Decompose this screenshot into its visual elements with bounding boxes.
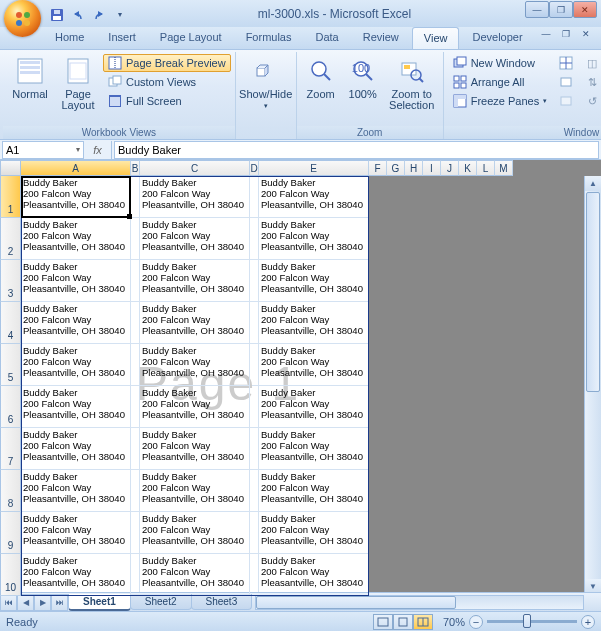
row-header-5[interactable]: 5 <box>0 344 21 386</box>
cell-A2[interactable]: Buddy Baker 200 Falcon Way Pleasantville… <box>21 218 131 260</box>
row-header-4[interactable]: 4 <box>0 302 21 344</box>
cell-A10[interactable]: Buddy Baker 200 Falcon Way Pleasantville… <box>21 554 131 596</box>
cell-C3[interactable]: Buddy Baker 200 Falcon Way Pleasantville… <box>140 260 250 302</box>
name-box[interactable]: A1 <box>2 141 84 159</box>
column-header-B[interactable]: B <box>131 160 140 176</box>
reset-position-button[interactable]: ↺ <box>580 92 601 110</box>
cell-C5[interactable]: Buddy Baker 200 Falcon Way Pleasantville… <box>140 344 250 386</box>
zoom-to-selection-button[interactable]: Zoom to Selection <box>385 52 439 114</box>
tab-developer[interactable]: Developer <box>461 27 533 49</box>
fx-button[interactable]: fx <box>84 141 112 159</box>
cell-E1[interactable]: Buddy Baker 200 Falcon Way Pleasantville… <box>259 176 369 218</box>
formula-input[interactable]: Buddy Baker <box>114 141 599 159</box>
cell-A1[interactable]: Buddy Baker 200 Falcon Way Pleasantville… <box>21 176 131 218</box>
close-button[interactable]: ✕ <box>573 1 597 18</box>
tab-formulas[interactable]: Formulas <box>235 27 303 49</box>
tab-insert[interactable]: Insert <box>97 27 147 49</box>
zoom-level[interactable]: 70% <box>443 616 465 628</box>
hide-button[interactable] <box>554 73 578 91</box>
column-header-L[interactable]: L <box>477 160 495 176</box>
row-header-9[interactable]: 9 <box>0 512 21 554</box>
cell-A4[interactable]: Buddy Baker 200 Falcon Way Pleasantville… <box>21 302 131 344</box>
cell-C1[interactable]: Buddy Baker 200 Falcon Way Pleasantville… <box>140 176 250 218</box>
normal-view-button[interactable]: Normal <box>7 52 53 103</box>
tab-nav-last-icon[interactable]: ⏭ <box>51 594 68 611</box>
tab-home[interactable]: Home <box>44 27 95 49</box>
view-side-button[interactable]: ◫ <box>580 54 601 72</box>
doc-restore-icon[interactable]: ❐ <box>557 27 575 41</box>
cell-E6[interactable]: Buddy Baker 200 Falcon Way Pleasantville… <box>259 386 369 428</box>
vertical-scrollbar[interactable]: ▲ ▼ <box>584 176 601 594</box>
sheet-tab-1[interactable]: Sheet1 <box>68 594 131 611</box>
cell-E5[interactable]: Buddy Baker 200 Falcon Way Pleasantville… <box>259 344 369 386</box>
tab-nav-first-icon[interactable]: ⏮ <box>0 594 17 611</box>
cell-A5[interactable]: Buddy Baker 200 Falcon Way Pleasantville… <box>21 344 131 386</box>
row-header-10[interactable]: 10 <box>0 554 21 596</box>
cell-C10[interactable]: Buddy Baker 200 Falcon Way Pleasantville… <box>140 554 250 596</box>
cell-C9[interactable]: Buddy Baker 200 Falcon Way Pleasantville… <box>140 512 250 554</box>
cell-E3[interactable]: Buddy Baker 200 Falcon Way Pleasantville… <box>259 260 369 302</box>
column-header-H[interactable]: H <box>405 160 423 176</box>
cell-C6[interactable]: Buddy Baker 200 Falcon Way Pleasantville… <box>140 386 250 428</box>
column-header-F[interactable]: F <box>369 160 387 176</box>
tab-view[interactable]: View <box>412 27 460 49</box>
column-header-J[interactable]: J <box>441 160 459 176</box>
column-header-E[interactable]: E <box>259 160 369 176</box>
column-header-D[interactable]: D <box>250 160 259 176</box>
cell-A7[interactable]: Buddy Baker 200 Falcon Way Pleasantville… <box>21 428 131 470</box>
row-header-8[interactable]: 8 <box>0 470 21 512</box>
column-header-K[interactable]: K <box>459 160 477 176</box>
cell-A3[interactable]: Buddy Baker 200 Falcon Way Pleasantville… <box>21 260 131 302</box>
tab-review[interactable]: Review <box>352 27 410 49</box>
column-header-G[interactable]: G <box>387 160 405 176</box>
sync-scroll-button[interactable]: ⇅ <box>580 73 601 91</box>
zoom-slider[interactable] <box>487 620 577 623</box>
tab-nav-prev-icon[interactable]: ◀ <box>17 594 34 611</box>
column-header-A[interactable]: A <box>21 160 131 176</box>
tab-nav-next-icon[interactable]: ▶ <box>34 594 51 611</box>
full-screen-button[interactable]: Full Screen <box>103 92 231 110</box>
cell-A8[interactable]: Buddy Baker 200 Falcon Way Pleasantville… <box>21 470 131 512</box>
worksheet-grid[interactable]: ABCDEFGHIJKLM 12345678910 Page 1 Buddy B… <box>0 160 601 611</box>
zoom-out-button[interactable]: − <box>469 615 483 629</box>
zoom-100-button[interactable]: 100100% <box>343 52 383 103</box>
cell-E4[interactable]: Buddy Baker 200 Falcon Way Pleasantville… <box>259 302 369 344</box>
normal-view-icon[interactable] <box>373 614 393 630</box>
custom-views-button[interactable]: Custom Views <box>103 73 231 91</box>
page-layout-view-icon[interactable] <box>393 614 413 630</box>
new-window-button[interactable]: New Window <box>448 54 552 72</box>
row-header-6[interactable]: 6 <box>0 386 21 428</box>
save-icon[interactable] <box>47 5 67 25</box>
hscroll-thumb[interactable] <box>256 596 456 609</box>
cell-C7[interactable]: Buddy Baker 200 Falcon Way Pleasantville… <box>140 428 250 470</box>
zoom-button[interactable]: Zoom <box>301 52 341 103</box>
show-hide-button[interactable]: Show/Hide▾ <box>240 52 292 114</box>
cell-E7[interactable]: Buddy Baker 200 Falcon Way Pleasantville… <box>259 428 369 470</box>
row-header-1[interactable]: 1 <box>0 176 21 218</box>
tab-data[interactable]: Data <box>304 27 349 49</box>
row-headers[interactable]: 12345678910 <box>0 176 21 594</box>
cell-E10[interactable]: Buddy Baker 200 Falcon Way Pleasantville… <box>259 554 369 596</box>
cell-A9[interactable]: Buddy Baker 200 Falcon Way Pleasantville… <box>21 512 131 554</box>
column-header-C[interactable]: C <box>140 160 250 176</box>
column-headers[interactable]: ABCDEFGHIJKLM <box>21 160 584 176</box>
doc-close-icon[interactable]: ✕ <box>577 27 595 41</box>
cell-E9[interactable]: Buddy Baker 200 Falcon Way Pleasantville… <box>259 512 369 554</box>
arrange-all-button[interactable]: Arrange All <box>448 73 552 91</box>
split-button[interactable] <box>554 54 578 72</box>
maximize-button[interactable]: ❐ <box>549 1 573 18</box>
tab-page-layout[interactable]: Page Layout <box>149 27 233 49</box>
cell-E2[interactable]: Buddy Baker 200 Falcon Way Pleasantville… <box>259 218 369 260</box>
doc-minimize-icon[interactable]: — <box>537 27 555 41</box>
minimize-button[interactable]: — <box>525 1 549 18</box>
page-break-view-icon[interactable] <box>413 614 433 630</box>
cell-A6[interactable]: Buddy Baker 200 Falcon Way Pleasantville… <box>21 386 131 428</box>
cell-E8[interactable]: Buddy Baker 200 Falcon Way Pleasantville… <box>259 470 369 512</box>
cell-C2[interactable]: Buddy Baker 200 Falcon Way Pleasantville… <box>140 218 250 260</box>
scroll-up-icon[interactable]: ▲ <box>585 176 601 191</box>
row-header-2[interactable]: 2 <box>0 218 21 260</box>
cell-C4[interactable]: Buddy Baker 200 Falcon Way Pleasantville… <box>140 302 250 344</box>
sheet-tab-2[interactable]: Sheet2 <box>130 594 192 610</box>
horizontal-scrollbar[interactable] <box>255 595 584 610</box>
column-header-I[interactable]: I <box>423 160 441 176</box>
